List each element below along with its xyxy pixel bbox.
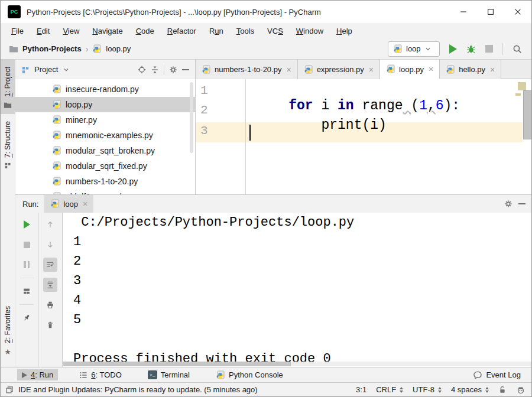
debug-button[interactable] <box>466 44 476 54</box>
menu-navigate[interactable]: Navigate <box>86 25 128 37</box>
tree-item[interactable]: miner.py <box>15 112 195 128</box>
status-message[interactable]: IDE and Plugin Updates: PyCharm is ready… <box>18 385 258 394</box>
menu-help[interactable]: Help <box>330 25 358 37</box>
menu-tools[interactable]: Tools <box>231 25 260 37</box>
run-configuration-value: loop <box>406 44 421 53</box>
tree-item-selected[interactable]: loop.py <box>15 97 195 112</box>
run-button[interactable] <box>449 44 457 54</box>
encoding-select[interactable]: UTF-8 <box>413 385 442 394</box>
event-log-button[interactable]: Event Log <box>468 369 524 381</box>
menu-run[interactable]: Run <box>203 25 229 37</box>
code-editor[interactable]: 1 2 3 for i in range (1,6): print(i) <box>196 79 532 194</box>
soft-wrap-button[interactable] <box>43 258 57 272</box>
breadcrumb: Python-Projects › loop.py <box>1 44 131 54</box>
inspection-status-square[interactable] <box>518 82 526 90</box>
close-tab-icon[interactable]: × <box>83 199 87 209</box>
toolwindow-run-button[interactable]: 4: Run <box>17 369 58 380</box>
editor-tab[interactable]: numbers-1-to-20.py × <box>196 60 298 79</box>
sidebar-item-favorites[interactable]: 2: Favorites ★ <box>1 299 15 361</box>
menu-window[interactable]: Window <box>290 25 329 37</box>
sidebar-item-structure[interactable]: 7: Structure <box>1 114 15 174</box>
pin-tab-button[interactable] <box>20 311 34 325</box>
locate-file-button[interactable] <box>138 66 146 74</box>
stop-button[interactable] <box>485 45 493 53</box>
maximize-button[interactable] <box>477 1 504 23</box>
editor-tab[interactable]: expression.py × <box>298 60 380 79</box>
tree-item[interactable]: modular_sqrt_broken.py <box>15 143 195 158</box>
run-configuration-select[interactable]: loop <box>388 41 440 57</box>
settings-gear-button[interactable] <box>169 66 177 74</box>
tree-item[interactable]: modular_sqrt_fixed.py <box>15 158 195 174</box>
project-tool-window: Project insecure-random.py loop.py miner… <box>15 60 196 194</box>
tree-item[interactable]: numbers-1-to-20.py <box>15 174 195 189</box>
print-button[interactable] <box>43 298 57 312</box>
breadcrumb-file[interactable]: loop.py <box>106 44 131 53</box>
lock-open-icon[interactable] <box>498 386 507 394</box>
stop-process-button[interactable] <box>20 237 34 252</box>
editor-vertical-scrollbar[interactable] <box>523 90 532 139</box>
title-bar: PC Python-Projects [C:\Projects\Python-P… <box>1 1 531 23</box>
line-ending-select[interactable]: CRLF <box>376 385 403 394</box>
python-icon <box>393 44 403 54</box>
run-panel-header: Run: loop × <box>15 195 532 213</box>
inspections-hector-icon[interactable] <box>516 385 525 395</box>
close-tab-icon[interactable]: × <box>369 65 374 74</box>
collapse-all-button[interactable] <box>151 66 159 74</box>
tree-item[interactable]: insecure-random.py <box>15 82 195 97</box>
clear-all-button[interactable] <box>43 318 57 332</box>
close-button[interactable] <box>504 1 531 23</box>
pycharm-logo: PC <box>8 5 21 18</box>
console-path-link[interactable]: C:/Projects/Python-Projects/loop.py <box>63 213 532 232</box>
menu-vcs[interactable]: VCS <box>261 25 289 37</box>
scroll-up-button[interactable] <box>43 217 57 232</box>
close-tab-icon[interactable]: × <box>429 64 433 74</box>
editor-tab[interactable]: hello.py × <box>440 60 501 79</box>
breadcrumb-project[interactable]: Python-Projects <box>22 44 82 53</box>
pause-output-button[interactable] <box>20 258 34 272</box>
chevron-down-icon[interactable] <box>63 66 70 73</box>
scroll-to-end-button[interactable] <box>43 278 57 292</box>
structure-icon <box>4 162 11 169</box>
toolbar-separator <box>20 278 34 278</box>
toolwindow-python-console-button[interactable]: Python Console <box>211 369 288 381</box>
indent-select[interactable]: 4 spaces <box>451 385 489 394</box>
python-file-icon <box>52 177 61 186</box>
spinner-arrows-icon <box>400 387 403 393</box>
window-stack-icon[interactable] <box>5 386 14 394</box>
scroll-down-button[interactable] <box>43 237 57 252</box>
minimize-button[interactable] <box>450 1 477 23</box>
menu-refactor[interactable]: Refactor <box>161 25 202 37</box>
menu-file[interactable]: File <box>5 25 30 37</box>
close-tab-icon[interactable]: × <box>490 65 495 74</box>
project-tree: insecure-random.py loop.py miner.py mnem… <box>15 79 195 194</box>
hide-panel-button[interactable] <box>182 69 189 70</box>
editor-tab-active[interactable]: loop.py × <box>380 60 440 79</box>
project-tree-scrollbar[interactable] <box>190 82 193 153</box>
toolwindow-terminal-button[interactable]: >_ Terminal <box>143 369 194 380</box>
settings-gear-button[interactable] <box>504 200 512 208</box>
close-tab-icon[interactable]: × <box>286 65 291 74</box>
python-file-icon <box>52 115 61 125</box>
python-file-icon <box>386 64 395 74</box>
sidebar-item-project[interactable]: 1: Project <box>1 60 15 114</box>
hide-panel-button[interactable] <box>518 203 525 204</box>
warning-stripe-mark[interactable] <box>515 93 521 96</box>
tree-item[interactable]: pbkdf2_example.py <box>15 189 195 194</box>
console-output-line: 3 <box>63 271 532 291</box>
console-horizontal-scrollbar[interactable] <box>63 362 532 366</box>
menu-code[interactable]: Code <box>130 25 160 37</box>
toolwindow-todo-button[interactable]: 6: TODO <box>74 369 126 380</box>
run-console-tab[interactable]: loop × <box>44 195 93 213</box>
rerun-button[interactable] <box>20 217 34 232</box>
menu-edit[interactable]: Edit <box>31 25 56 37</box>
restore-layout-button[interactable] <box>20 284 34 298</box>
search-everywhere-button[interactable] <box>512 44 522 54</box>
tree-item[interactable]: mnemonic-examples.py <box>15 128 195 143</box>
menu-view[interactable]: View <box>57 25 85 37</box>
run-console-output[interactable]: C:/Projects/Python-Projects/loop.py 1 2 … <box>63 213 532 367</box>
editor-tab-bar: numbers-1-to-20.py × expression.py × loo… <box>196 60 532 79</box>
caret-position[interactable]: 3:1 <box>356 385 366 394</box>
python-file-icon <box>446 65 455 74</box>
project-panel-title[interactable]: Project <box>34 65 58 74</box>
todo-list-icon <box>79 371 87 379</box>
